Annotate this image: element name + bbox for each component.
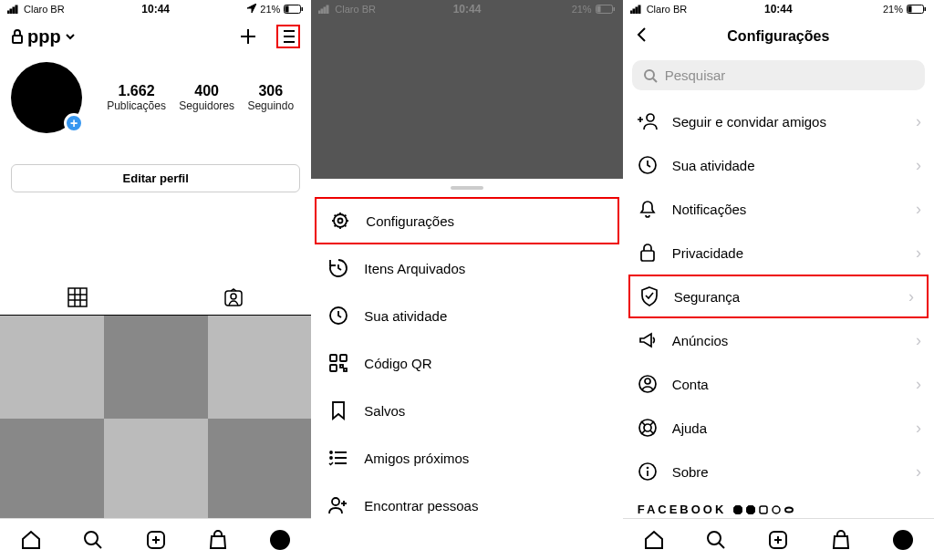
sheet-handle[interactable]: [451, 186, 483, 190]
status-bar: Claro BR 10:44 21%: [623, 0, 934, 18]
shield-icon: [639, 286, 659, 306]
svg-rect-24: [340, 355, 347, 361]
svg-point-11: [85, 532, 98, 544]
fb-icon: [733, 505, 742, 514]
post-thumb[interactable]: [104, 419, 208, 522]
svg-point-38: [645, 70, 654, 79]
status-time: 10:44: [453, 3, 482, 16]
stat-following[interactable]: 306 Seguindo: [247, 83, 294, 112]
nav-home[interactable]: [642, 528, 666, 552]
chevron-right-icon: ›: [916, 244, 921, 263]
post-thumb[interactable]: [0, 316, 104, 419]
carrier-label: Claro BR: [335, 4, 376, 15]
setting-label: Ajuda: [672, 420, 707, 436]
nav-shop[interactable]: [206, 528, 230, 552]
svg-rect-16: [327, 5, 328, 14]
menu-item-saved[interactable]: Salvos: [311, 387, 622, 434]
chevron-left-icon: [634, 26, 650, 43]
nav-create[interactable]: [766, 528, 790, 552]
nav-home[interactable]: [19, 528, 43, 552]
facebook-brand: FACEBOOK: [623, 493, 934, 518]
svg-rect-31: [630, 11, 632, 14]
menu-item-activity[interactable]: Sua atividade: [311, 292, 622, 339]
menu-item-close-friends[interactable]: Amigos próximos: [311, 434, 622, 482]
facebook-label: FACEBOOK: [638, 503, 727, 516]
nav-search[interactable]: [704, 528, 728, 552]
svg-point-29: [330, 457, 332, 459]
profile-header: ppp: [0, 18, 311, 55]
status-time: 10:44: [141, 3, 170, 16]
search-icon: [643, 68, 658, 83]
add-story-icon[interactable]: +: [64, 113, 84, 133]
nav-profile[interactable]: [891, 528, 915, 552]
avatar[interactable]: +: [11, 62, 82, 133]
svg-point-10: [231, 294, 236, 299]
post-thumb[interactable]: [0, 419, 104, 522]
carrier-label: Claro BR: [24, 4, 65, 15]
svg-rect-36: [908, 5, 911, 12]
menu-item-archive[interactable]: Itens Arquivados: [311, 244, 622, 292]
oculus-icon: [784, 505, 794, 514]
stat-followers[interactable]: 400 Seguidores: [179, 83, 234, 112]
plus-icon: [237, 26, 259, 47]
svg-rect-25: [330, 365, 337, 371]
nav-shop[interactable]: [829, 528, 853, 552]
setting-about[interactable]: Sobre ›: [623, 450, 934, 493]
status-bar: Claro BR 10:44 21%: [311, 0, 622, 18]
menu-item-qr[interactable]: Código QR: [311, 339, 622, 387]
menu-item-settings[interactable]: Configurações: [315, 197, 618, 244]
tab-grid[interactable]: [0, 280, 156, 315]
bottom-nav: [623, 518, 934, 560]
clock-icon: [327, 305, 349, 327]
pane-profile: Claro BR 10:44 21% ppp +: [0, 0, 311, 560]
setting-security[interactable]: Segurança ›: [628, 275, 929, 318]
svg-point-49: [746, 505, 755, 514]
svg-rect-50: [760, 506, 767, 513]
pane-menu: Claro BR 10:44 21% Configurações Itens A…: [311, 0, 622, 560]
setting-account[interactable]: Conta ›: [623, 362, 934, 406]
create-button[interactable]: [236, 25, 260, 48]
menu-sheet: Configurações Itens Arquivados Sua ativi…: [311, 179, 622, 560]
edit-profile-button[interactable]: Editar perfil: [11, 164, 300, 192]
svg-point-43: [645, 379, 650, 384]
signal-icon: [7, 5, 20, 14]
svg-rect-2: [13, 7, 15, 14]
nav-search[interactable]: [81, 528, 105, 552]
setting-activity[interactable]: Sua atividade ›: [623, 143, 934, 187]
post-thumb[interactable]: [104, 316, 208, 419]
setting-help[interactable]: Ajuda ›: [623, 406, 934, 450]
nav-profile[interactable]: [268, 528, 292, 552]
setting-ads[interactable]: Anúncios ›: [623, 318, 934, 362]
megaphone-icon: [638, 330, 658, 350]
setting-invite[interactable]: Seguir e convidar amigos ›: [623, 99, 934, 143]
svg-rect-7: [13, 36, 22, 43]
setting-privacy[interactable]: Privacidade ›: [623, 231, 934, 275]
svg-rect-3: [16, 5, 17, 14]
back-button[interactable]: [634, 26, 650, 47]
menu-button[interactable]: [276, 25, 300, 48]
menu-label: Amigos próximos: [364, 451, 469, 466]
qr-icon: [327, 352, 349, 374]
signal-icon: [318, 5, 331, 14]
post-thumb[interactable]: [208, 316, 312, 419]
tab-tagged[interactable]: [156, 280, 312, 315]
setting-notifications[interactable]: Notificações ›: [623, 187, 934, 231]
menu-item-discover[interactable]: Encontrar pessoas: [311, 482, 622, 529]
battery-icon: [907, 5, 927, 15]
setting-label: Sobre: [672, 464, 709, 480]
search-input[interactable]: Pesquisar: [632, 60, 925, 90]
setting-label: Sua atividade: [672, 158, 755, 173]
battery-pct: 21%: [572, 4, 592, 15]
svg-point-20: [334, 214, 347, 227]
profile-stats-row: + 1.662 Publicações 400 Seguidores 306 S…: [0, 55, 311, 137]
add-friend-icon: [327, 494, 349, 516]
chevron-right-icon: ›: [908, 287, 914, 306]
clock-icon: [638, 155, 658, 175]
post-thumb[interactable]: [208, 419, 312, 522]
lock-icon: [11, 29, 24, 44]
stat-posts[interactable]: 1.662 Publicações: [107, 83, 166, 112]
chevron-right-icon: ›: [916, 200, 921, 219]
nav-create[interactable]: [144, 528, 168, 552]
username-switcher[interactable]: ppp: [11, 26, 76, 47]
info-icon: [638, 461, 658, 482]
